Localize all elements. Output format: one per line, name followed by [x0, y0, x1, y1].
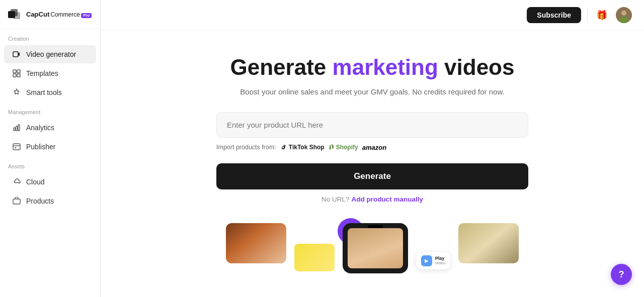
- sidebar-item-label: Publisher: [26, 143, 55, 151]
- management-section-label: Management: [0, 102, 100, 118]
- add-manually-link[interactable]: Add product manually: [351, 195, 423, 203]
- phone-notch: [368, 225, 383, 228]
- preview-card-yellow: [294, 244, 335, 271]
- avatar[interactable]: [616, 7, 632, 23]
- preview-card-left: [226, 223, 286, 263]
- preview-section: ▶ Play Video: [101, 215, 644, 273]
- sidebar-item-video-generator[interactable]: Video generator: [4, 45, 96, 63]
- hero-title: Generate marketing videos: [230, 55, 515, 80]
- no-url-row: No URL? Add product manually: [321, 195, 423, 203]
- topbar: Subscribe 🎁: [101, 0, 644, 31]
- sidebar-item-label: Analytics: [26, 124, 54, 132]
- svg-rect-8: [14, 128, 15, 131]
- preview-phone-wrapper: [343, 223, 408, 273]
- publisher-icon: [12, 142, 21, 151]
- svg-rect-6: [13, 74, 16, 77]
- video-generator-icon: [12, 50, 21, 59]
- generate-button[interactable]: Generate: [216, 163, 528, 189]
- tiktok-platform: TikTok Shop: [280, 144, 325, 151]
- import-platforms: TikTok Shop Shopify amazon: [280, 144, 386, 151]
- topbar-divider: [587, 9, 588, 21]
- sidebar-item-label: Templates: [26, 69, 58, 77]
- sidebar-item-label: Cloud: [26, 178, 45, 186]
- cloud-icon: [12, 177, 21, 186]
- sidebar-item-smart-tools[interactable]: Smart tools: [4, 83, 96, 102]
- svg-rect-12: [15, 147, 16, 148]
- sidebar-item-label: Smart tools: [26, 88, 62, 96]
- svg-rect-7: [17, 74, 20, 77]
- help-button[interactable]: ?: [611, 264, 632, 285]
- play-icon: ▶: [421, 255, 432, 266]
- svg-rect-10: [18, 125, 20, 131]
- smart-tools-icon: [12, 88, 21, 97]
- preview-play-badge: ▶ Play Video: [416, 252, 450, 269]
- logo-text: CapCut Commerce Pro: [26, 11, 92, 18]
- subscribe-button[interactable]: Subscribe: [527, 7, 581, 23]
- app-logo[interactable]: CapCut Commerce Pro: [0, 0, 100, 29]
- hero-subtitle: Boost your online sales and meet your GM…: [240, 87, 504, 96]
- svg-rect-9: [16, 126, 18, 131]
- sidebar-item-analytics[interactable]: Analytics: [4, 119, 96, 137]
- hero-section: Generate marketing videos Boost your onl…: [101, 31, 644, 215]
- import-row: Import products from: TikTok Shop Shopif…: [216, 144, 528, 151]
- logo-icon: [8, 9, 22, 20]
- sidebar: CapCut Commerce Pro Creation Video gener…: [0, 0, 101, 297]
- svg-point-15: [621, 11, 626, 16]
- preview-card-right: [458, 223, 519, 263]
- amazon-platform: amazon: [362, 144, 386, 151]
- creation-section-label: Creation: [0, 29, 100, 45]
- url-input-container: [216, 112, 528, 138]
- preview-phone: [343, 223, 408, 273]
- svg-rect-2: [13, 12, 20, 19]
- svg-rect-5: [17, 70, 20, 73]
- sidebar-item-templates[interactable]: Templates: [4, 64, 96, 82]
- play-badge-text: Play Video: [435, 256, 445, 265]
- phone-screen: [348, 228, 403, 268]
- svg-rect-11: [13, 144, 20, 150]
- svg-rect-4: [13, 70, 16, 73]
- shopify-platform: Shopify: [329, 144, 358, 151]
- main-content: Subscribe 🎁 Generate marketing videos Bo…: [101, 0, 644, 297]
- assets-section-label: Assets: [0, 156, 100, 172]
- gift-icon[interactable]: 🎁: [594, 7, 610, 23]
- templates-icon: [12, 69, 21, 78]
- svg-rect-13: [13, 199, 20, 204]
- sidebar-item-label: Video generator: [26, 50, 76, 58]
- url-input[interactable]: [216, 112, 528, 138]
- analytics-icon: [12, 123, 21, 132]
- sidebar-item-cloud[interactable]: Cloud: [4, 173, 96, 191]
- sidebar-item-publisher[interactable]: Publisher: [4, 138, 96, 156]
- sidebar-item-label: Products: [26, 197, 54, 205]
- svg-rect-3: [13, 52, 18, 57]
- products-icon: [12, 196, 21, 206]
- sidebar-item-products[interactable]: Products: [4, 192, 96, 210]
